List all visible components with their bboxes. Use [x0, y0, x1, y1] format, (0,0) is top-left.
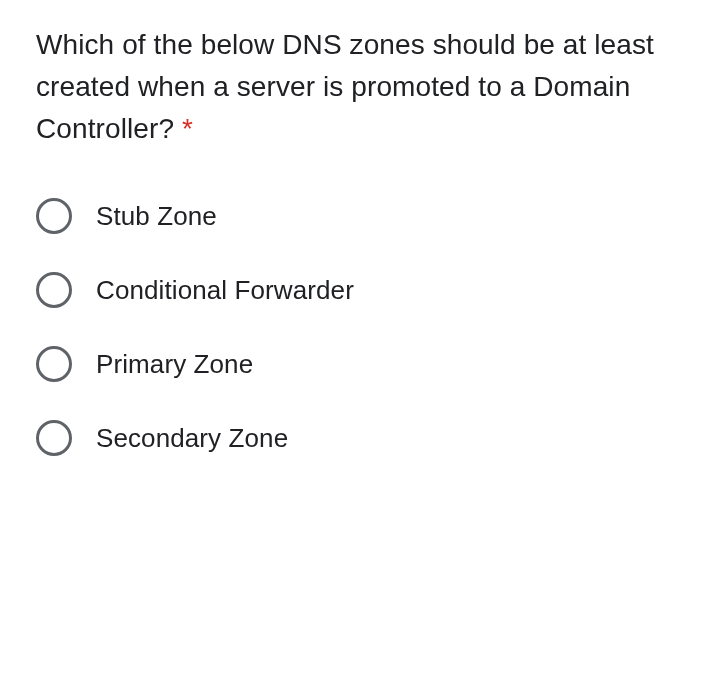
option-conditional-forwarder[interactable]: Conditional Forwarder: [36, 272, 684, 308]
option-label: Secondary Zone: [96, 423, 288, 454]
option-primary-zone[interactable]: Primary Zone: [36, 346, 684, 382]
option-secondary-zone[interactable]: Secondary Zone: [36, 420, 684, 456]
option-stub-zone[interactable]: Stub Zone: [36, 198, 684, 234]
question-text: Which of the below DNS zones should be a…: [36, 24, 684, 150]
option-label: Primary Zone: [96, 349, 253, 380]
radio-icon[interactable]: [36, 346, 72, 382]
option-label: Conditional Forwarder: [96, 275, 354, 306]
radio-icon[interactable]: [36, 420, 72, 456]
option-label: Stub Zone: [96, 201, 217, 232]
radio-icon[interactable]: [36, 272, 72, 308]
required-asterisk: *: [182, 113, 193, 144]
radio-icon[interactable]: [36, 198, 72, 234]
question-prompt: Which of the below DNS zones should be a…: [36, 29, 654, 144]
options-list: Stub Zone Conditional Forwarder Primary …: [36, 198, 684, 456]
